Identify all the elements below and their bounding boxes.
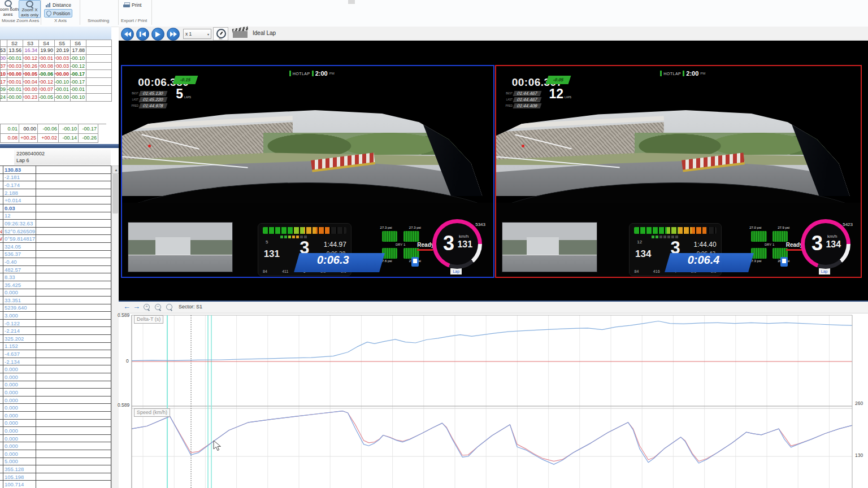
channel-value[interactable]: 5239.640	[3, 304, 36, 312]
channel-empty-cell[interactable]	[36, 442, 111, 450]
sector-cell[interactable]: +00.03	[55, 55, 71, 63]
summary-cell[interactable]: -00.26	[79, 134, 98, 143]
channel-value[interactable]: 33.351	[3, 297, 36, 304]
channel-value[interactable]: +0.014	[3, 197, 36, 204]
sector-cell[interactable]: +00.00	[23, 86, 39, 94]
channel-empty-cell[interactable]	[36, 189, 111, 197]
channel-value[interactable]: 0.000	[3, 381, 36, 389]
channel-empty-cell[interactable]	[36, 212, 111, 220]
channel-value[interactable]: 0.000	[3, 373, 36, 381]
channel-value[interactable]: -0.122	[3, 320, 36, 328]
channel-value[interactable]: 324.05	[3, 243, 36, 251]
summary-cell[interactable]: 00.00	[19, 124, 38, 134]
channel-empty-cell[interactable]	[36, 481, 111, 488]
print-button[interactable]: Print	[121, 1, 143, 8]
sector-cell[interactable]: +00.04	[23, 78, 39, 86]
channel-value[interactable]: -2.134	[3, 358, 36, 366]
sector-cell[interactable]: 00	[1, 55, 7, 63]
channel-empty-cell[interactable]	[36, 450, 111, 458]
channel-value[interactable]: 0.000	[3, 412, 36, 420]
sector-cell[interactable]: -00.17	[71, 70, 86, 78]
channel-empty-cell[interactable]	[36, 166, 111, 174]
sector-cell[interactable]: +00.07	[39, 86, 55, 94]
channel-value[interactable]: 0.03	[3, 204, 36, 212]
gauge-toggle-button[interactable]: HD	[213, 27, 228, 41]
sector-cell[interactable]	[86, 78, 112, 86]
summary-cell[interactable]: 0.01	[1, 124, 19, 134]
sector-cell[interactable]: +00.05	[23, 70, 39, 78]
channel-value[interactable]: 105.198	[3, 473, 36, 481]
sector-cell[interactable]	[86, 94, 112, 102]
sector-cell[interactable]: -00.06	[39, 70, 55, 78]
telemetry-charts[interactable]	[119, 302, 868, 488]
channel-value[interactable]: 0.000	[3, 442, 36, 450]
sector-cell[interactable]: 20.19	[55, 47, 71, 55]
channel-value[interactable]: 35.425	[3, 281, 36, 289]
sector-times-table[interactable]: S2S3S4S5S65313.5616.3419.9020.1917.8800-…	[0, 40, 112, 102]
sector-cell[interactable]: 24	[1, 94, 7, 102]
sector-cell[interactable]: -00.12	[71, 63, 86, 71]
channel-value[interactable]: 325.202	[3, 335, 36, 343]
channel-empty-cell[interactable]	[36, 412, 111, 420]
channel-value[interactable]: 100.714	[3, 481, 36, 488]
channel-empty-cell[interactable]	[36, 258, 111, 266]
sector-cell[interactable]: -00.00	[7, 94, 23, 102]
channel-value[interactable]: 355.128	[3, 465, 36, 473]
position-button[interactable]: Position	[44, 9, 72, 18]
sector-cell[interactable]: -00.00	[55, 94, 71, 102]
zoom-x-axis-only-button[interactable]: Zoom X axis only	[19, 0, 41, 18]
channel-empty-cell[interactable]	[36, 473, 111, 481]
channel-empty-cell[interactable]	[36, 365, 111, 373]
sector-cell[interactable]: +00.08	[39, 63, 55, 71]
channel-empty-cell[interactable]	[36, 381, 111, 389]
channel-value[interactable]: 3.000	[3, 312, 36, 320]
channel-value[interactable]: -0.174	[3, 181, 36, 189]
channel-empty-cell[interactable]	[36, 373, 111, 381]
video-left[interactable]: 00:06.380 -0.15 5LAPS BEST01:45.130 LAST…	[121, 65, 494, 278]
channel-empty-cell[interactable]	[36, 228, 111, 236]
clapperboard-icon[interactable]	[233, 28, 248, 38]
channel-value[interactable]: 0°59.814817 W	[3, 235, 36, 243]
sector-cell[interactable]: +00.23	[23, 94, 39, 102]
skip-to-start-button[interactable]	[136, 28, 149, 41]
summary-cell[interactable]: -00.17	[79, 124, 98, 134]
channel-value[interactable]: -0.40	[3, 258, 36, 266]
channel-empty-cell[interactable]	[36, 251, 111, 259]
sector-cell[interactable]: -00.05	[39, 94, 55, 102]
summary-cell[interactable]: -00.14	[59, 134, 79, 143]
channel-value[interactable]: -4.637	[3, 350, 36, 358]
channel-empty-cell[interactable]	[36, 297, 111, 304]
channel-value[interactable]: 12	[3, 212, 36, 220]
sector-cell[interactable]: 13.56	[7, 47, 23, 55]
fast-forward-button[interactable]	[167, 28, 180, 41]
sector-cell[interactable]: 10	[1, 70, 7, 78]
sector-cell[interactable]: -00.10	[71, 94, 86, 102]
channel-scrollbar[interactable]: ▲	[111, 165, 119, 488]
channel-value[interactable]: 1.152	[3, 343, 36, 351]
distance-button[interactable]: Distance	[44, 1, 73, 8]
channel-value[interactable]: 0.000	[3, 427, 36, 435]
channel-value[interactable]: -2.181	[3, 174, 36, 182]
sector-cell[interactable]: 53	[1, 47, 7, 55]
channel-value[interactable]: 0.000	[3, 404, 36, 412]
sector-cell[interactable]: -00.10	[71, 55, 86, 63]
channel-empty-cell[interactable]	[36, 312, 111, 320]
sector-cell[interactable]: +00.12	[39, 78, 55, 86]
sector-cell[interactable]: 17.88	[71, 47, 86, 55]
channel-value[interactable]: 0.000	[3, 389, 36, 396]
summary-cell[interactable]: -00.06	[38, 124, 59, 134]
sector-cell[interactable]: 19.90	[39, 47, 55, 55]
summary-cell[interactable]: 0.08	[1, 134, 19, 143]
channel-empty-cell[interactable]	[36, 358, 111, 366]
channel-empty-cell[interactable]	[36, 181, 111, 189]
scrollbar-thumb[interactable]	[112, 174, 118, 213]
panel-splitter[interactable]	[0, 144, 119, 148]
channel-empty-cell[interactable]	[36, 327, 111, 335]
sector-cell[interactable]: +00.01	[39, 55, 55, 63]
channel-empty-cell[interactable]	[36, 389, 111, 396]
sector-cell[interactable]: -00.01	[7, 86, 23, 94]
channel-empty-cell[interactable]	[36, 396, 111, 404]
sector-cell[interactable]: +00.26	[23, 63, 39, 71]
rewind-button[interactable]	[121, 28, 134, 41]
sector-cell[interactable]	[86, 47, 112, 55]
